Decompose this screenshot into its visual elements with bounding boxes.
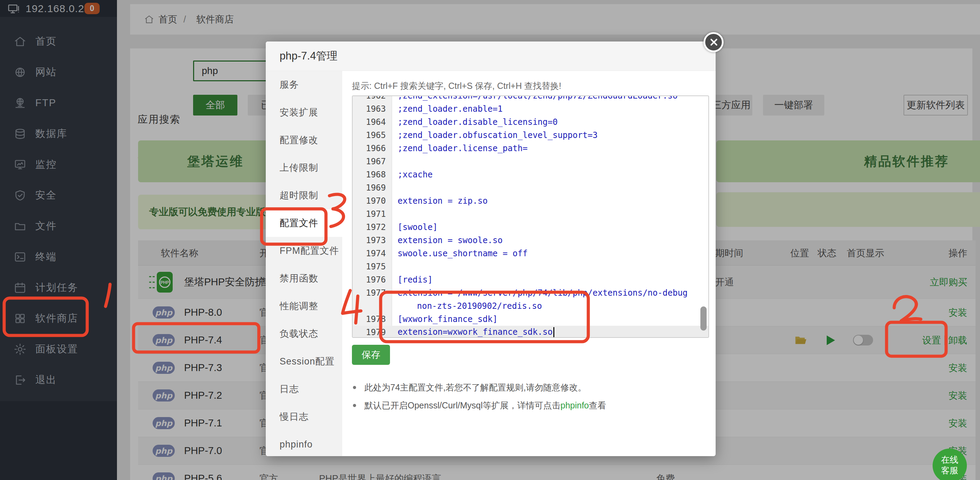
code-line-1966: 1966;zend_loader.license_path=: [353, 142, 708, 155]
tab-label: 服务: [280, 79, 299, 91]
online-support-button[interactable]: 在线 客服: [932, 448, 967, 480]
tab-超时限制[interactable]: 超时限制: [266, 182, 342, 209]
code-line-1979: 1979extension=wxwork_finance_sdk.so: [353, 326, 708, 338]
tab-禁用函数[interactable]: 禁用函数: [266, 265, 342, 292]
code-line-1972: 1972[swoole]: [353, 221, 708, 234]
code-line-1968: 1968;xcache: [353, 168, 708, 181]
tab-配置修改[interactable]: 配置修改: [266, 126, 342, 154]
note-2: 默认已开启Openssl/Curl/Mysql等扩展，详情可点击phpinfo查…: [353, 400, 606, 411]
editor-hint: 提示: Ctrl+F 搜索关键字, Ctrl+S 保存, Ctrl+H 查找替换…: [352, 80, 561, 92]
tab-label: Session配置: [280, 355, 335, 368]
line-text: [swoole]: [392, 222, 438, 232]
code-line-1973: 1973extension = swoole.so: [353, 234, 708, 247]
code-line-1970: 1970extension = zip.so: [353, 194, 708, 208]
tab-服务[interactable]: 服务: [266, 71, 342, 98]
tab-phpinfo[interactable]: phpinfo: [266, 431, 342, 458]
line-text: extension = swoole.so: [392, 236, 503, 245]
tab-label: 负载状态: [280, 328, 318, 340]
line-number: 1962: [353, 95, 392, 101]
line-number: 1971: [353, 209, 392, 219]
php74-manage-modal: php-7.4管理 服务安装扩展配置修改上传限制超时限制配置文件FPM配置文件禁…: [266, 41, 716, 456]
line-number: 1972: [353, 222, 392, 232]
code-line-1971: 1971: [353, 208, 708, 221]
tab-label: 慢日志: [280, 410, 309, 423]
save-button[interactable]: 保存: [352, 345, 390, 365]
code-line-1963: 1963;zend_loader.enable=1: [353, 102, 708, 116]
line-number: 1977: [353, 288, 392, 298]
tab-负载状态[interactable]: 负载状态: [266, 320, 342, 347]
editor-scrollbar[interactable]: [700, 306, 706, 331]
line-number: 1975: [353, 262, 392, 271]
line-text: ;zend_loader.license_path=: [392, 144, 528, 153]
tab-label: phpinfo: [280, 439, 313, 450]
line-number: 1979: [353, 328, 392, 337]
line-text: ;zend_loader.disable_licensing=0: [392, 117, 557, 127]
config-editor[interactable]: 1962;zend_extension=/usr/local/zend/php7…: [352, 95, 709, 338]
text-cursor: [553, 327, 554, 337]
line-number: 1967: [353, 157, 392, 166]
tab-label: 超时限制: [280, 189, 318, 201]
code-line-1978: 1978[wxwork_finance_sdk]: [353, 313, 708, 326]
modal-header: php-7.4管理: [266, 41, 716, 71]
modal-tab-list: 服务安装扩展配置修改上传限制超时限制配置文件FPM配置文件禁用函数性能调整负载状…: [266, 71, 342, 456]
code-line-1967: 1967: [353, 155, 708, 168]
tab-日志[interactable]: 日志: [266, 375, 342, 403]
line-number: 1966: [353, 144, 392, 153]
bt-panel-screen: 192.168.0.227 0 首页网站FTP数据库监控安全文件终端计划任务软件…: [0, 0, 980, 480]
tab-label: 性能调整: [280, 300, 318, 312]
line-number: 1974: [353, 249, 392, 258]
editor-lines: 1962;zend_extension=/usr/local/zend/php7…: [353, 95, 708, 338]
code-line-1962: 1962;zend_extension=/usr/local/zend/php7…: [353, 95, 708, 102]
code-line-1969: 1969: [353, 181, 708, 194]
tab-FPM配置文件[interactable]: FPM配置文件: [266, 237, 342, 265]
tab-上传限制[interactable]: 上传限制: [266, 154, 342, 182]
line-text: non-zts-20190902/redis.so: [392, 301, 542, 311]
line-number: 1978: [353, 314, 392, 324]
line-number: 1969: [353, 183, 392, 193]
line-text: extension = zip.so: [392, 196, 488, 206]
bullet-icon: [353, 386, 356, 389]
line-number: 1968: [353, 170, 392, 179]
tab-label: 安装扩展: [280, 106, 318, 119]
tab-label: FPM配置文件: [280, 244, 339, 257]
code-line-1976: 1976[redis]: [353, 273, 708, 286]
close-icon[interactable]: [703, 32, 724, 52]
tab-label: 禁用函数: [280, 272, 318, 285]
line-number: 1973: [353, 236, 392, 245]
bullet-icon: [353, 404, 356, 407]
line-text: ;zend_loader.obfuscation_level_support=3: [392, 130, 598, 140]
line-text: [redis]: [392, 275, 433, 285]
modal-title: php-7.4管理: [280, 49, 337, 63]
tab-label: 配置文件: [280, 217, 318, 229]
note-1: 此处为74主配置文件,若您不了解配置规则,请勿随意修改。: [353, 382, 587, 393]
line-text: extension=wxwork_finance_sdk.so: [392, 327, 554, 337]
line-number: 1964: [353, 117, 392, 127]
line-text: extension = /www/server/php/74/lib/php/e…: [392, 288, 687, 298]
tab-label: 日志: [280, 383, 299, 395]
phpinfo-link[interactable]: phpinfo: [561, 401, 589, 410]
code-line-1964: 1964;zend_loader.disable_licensing=0: [353, 116, 708, 128]
tab-慢日志[interactable]: 慢日志: [266, 403, 342, 431]
line-number: 1963: [353, 104, 392, 114]
line-number: 1965: [353, 130, 392, 140]
code-line-1975: 1975: [353, 260, 708, 273]
line-text: [wxwork_finance_sdk]: [392, 314, 498, 324]
code-line-1977-wrap: non-zts-20190902/redis.so: [353, 299, 708, 313]
tab-配置文件[interactable]: 配置文件: [266, 209, 342, 237]
code-line-1977: 1977extension = /www/server/php/74/lib/p…: [353, 286, 708, 299]
tab-性能调整[interactable]: 性能调整: [266, 292, 342, 320]
tab-label: 配置修改: [280, 134, 318, 146]
code-line-1965: 1965;zend_loader.obfuscation_level_suppo…: [353, 128, 708, 142]
line-number: 1970: [353, 196, 392, 206]
line-text: ;zend_loader.enable=1: [392, 104, 503, 114]
tab-label: 上传限制: [280, 162, 318, 174]
code-line-1974: 1974swoole.use_shortname = off: [353, 247, 708, 260]
line-number: 1976: [353, 275, 392, 285]
line-text: ;zend_extension=/usr/local/zend/php72/Ze…: [392, 95, 678, 101]
tab-安装扩展[interactable]: 安装扩展: [266, 98, 342, 126]
line-text: swoole.use_shortname = off: [392, 249, 528, 258]
line-text: ;xcache: [392, 170, 433, 179]
tab-Session配置[interactable]: Session配置: [266, 347, 342, 375]
